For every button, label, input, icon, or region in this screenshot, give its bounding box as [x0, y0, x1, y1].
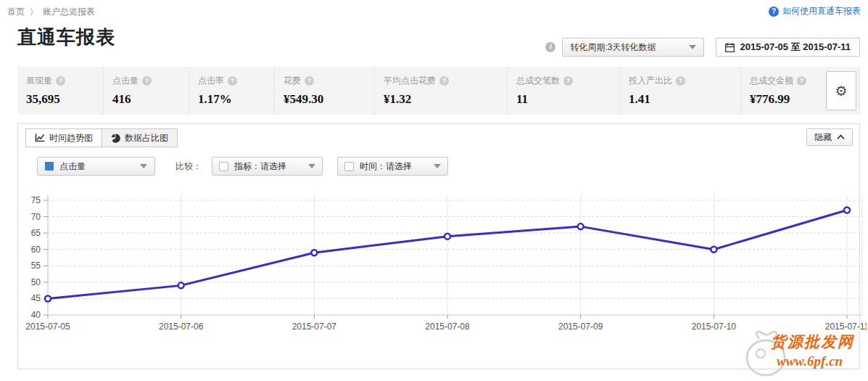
x-tick-label: 2015-07-10 — [692, 321, 737, 332]
breadcrumb-current: 账户总览报表 — [43, 6, 95, 18]
chevron-down-icon — [434, 164, 441, 168]
stat-total-orders: 总成交笔数? 11 — [508, 67, 620, 115]
stat-value: ¥549.30 — [284, 92, 374, 107]
stat-avg-cpc: 平均点击花费? ¥1.32 — [375, 67, 508, 115]
stat-label: 展现量 — [26, 75, 52, 87]
data-point — [178, 282, 184, 288]
page-title: 直通车报表 — [17, 25, 115, 50]
line-chart-icon — [35, 134, 45, 142]
hide-button[interactable]: 隐藏 — [806, 128, 853, 146]
question-circle-icon: ? — [305, 76, 314, 86]
y-tick-label: 70 — [31, 212, 41, 222]
y-tick-label: 65 — [31, 228, 41, 238]
stat-value: 11 — [516, 92, 619, 107]
help-link[interactable]: ? 如何使用直通车报表 — [769, 5, 861, 17]
help-link-label: 如何使用直通车报表 — [782, 5, 861, 17]
stat-label: 总成交金额 — [750, 75, 793, 87]
question-circle-icon: ? — [676, 76, 685, 86]
conversion-period-value: 转化周期:3天转化数据 — [570, 41, 656, 54]
y-tick-label: 40 — [31, 310, 41, 320]
time-compare-select[interactable]: 时间：请选择 — [337, 157, 448, 176]
data-point — [311, 250, 317, 255]
tab-label: 时间趋势图 — [49, 132, 93, 144]
question-circle-icon: ? — [142, 76, 152, 86]
breadcrumb: 首页 〉 账户总览报表 — [7, 6, 95, 18]
y-tick-label: 55 — [31, 261, 41, 271]
tab-data-proportion[interactable]: 数据占比图 — [102, 128, 178, 147]
y-tick-label: 60 — [31, 245, 41, 255]
trend-chart: 40455055606570752015-07-052015-07-062015… — [25, 189, 867, 342]
conversion-period-select[interactable]: 转化周期:3天转化数据 — [562, 38, 704, 57]
question-circle-icon: ? — [56, 76, 65, 86]
chevron-right-icon: 〉 — [30, 7, 38, 17]
chart-tabs: 时间趋势图 数据占比图 — [25, 128, 178, 147]
metric-select-value: 点击量 — [59, 160, 86, 173]
x-tick-label: 2015-07-08 — [425, 321, 470, 332]
y-tick-label: 45 — [31, 293, 41, 303]
stat-label: 总成交笔数 — [516, 75, 560, 87]
data-point — [445, 234, 450, 239]
question-circle-icon: ? — [563, 76, 573, 86]
stat-cost: 花费? ¥549.30 — [275, 67, 375, 115]
question-circle-icon: ? — [228, 76, 237, 86]
indicator-checkbox[interactable] — [219, 162, 228, 171]
chart-controls: 点击量 比较： 指标：请选择 时间：请选择 — [37, 157, 448, 176]
chevron-up-icon — [837, 134, 845, 140]
x-tick-label: 2015-07-09 — [558, 321, 603, 332]
stat-clicks: 点击量? 416 — [104, 67, 189, 115]
y-tick-label: 75 — [31, 195, 41, 205]
stat-label: 投入产出比 — [629, 75, 672, 87]
date-range-value: 2015-07-05 至 2015-07-11 — [740, 41, 851, 54]
pie-chart-icon — [111, 134, 120, 143]
settings-button[interactable]: ⚙ — [826, 71, 856, 110]
gear-icon: ⚙ — [835, 83, 847, 99]
stat-label: 点击率 — [198, 75, 224, 87]
data-point — [844, 208, 850, 213]
x-tick-label: 2015-07-07 — [292, 321, 337, 332]
question-circle-icon: ? — [797, 76, 806, 86]
indicator-select-value: 指标：请选择 — [234, 160, 286, 173]
tab-time-trend[interactable]: 时间趋势图 — [25, 128, 102, 147]
info-icon: i — [545, 42, 555, 52]
hide-label: 隐藏 — [814, 131, 832, 144]
indicator-compare-select[interactable]: 指标：请选择 — [212, 157, 323, 176]
date-range-picker[interactable]: 2015-07-05 至 2015-07-11 — [716, 38, 860, 57]
stat-impressions: 展现量? 35,695 — [17, 67, 104, 115]
calendar-icon — [725, 43, 735, 52]
stat-value: ¥1.32 — [384, 92, 507, 107]
tab-label: 数据占比图 — [125, 132, 168, 144]
series-color-swatch — [45, 162, 54, 171]
x-tick-label: 2015-07-05 — [25, 321, 70, 332]
chevron-down-icon — [140, 164, 147, 168]
question-circle-icon: ? — [769, 7, 779, 17]
metric-select[interactable]: 点击量 — [37, 157, 155, 176]
x-tick-label: 2015-07-06 — [159, 321, 204, 332]
stat-value: 416 — [112, 92, 189, 107]
stat-label: 平均点击花费 — [384, 75, 436, 87]
stat-ctr: 点击率? 1.17% — [189, 67, 275, 115]
chevron-down-icon — [689, 45, 696, 49]
stat-value: 1.17% — [198, 92, 274, 107]
question-circle-icon: ? — [439, 76, 449, 86]
stat-label: 点击量 — [112, 75, 139, 87]
stats-bar: 展现量? 35,695 点击量? 416 点击率? 1.17% 花费? ¥549… — [17, 67, 860, 115]
stat-value: 35,695 — [26, 92, 103, 107]
x-tick-label: 2015-07-11 — [825, 321, 867, 332]
breadcrumb-home-link[interactable]: 首页 — [7, 6, 25, 18]
data-point — [711, 247, 716, 253]
data-point — [45, 295, 51, 301]
header-controls: i 转化周期:3天转化数据 2015-07-05 至 2015-07-11 — [545, 38, 860, 57]
compare-label: 比较： — [175, 160, 202, 173]
stat-value: 1.41 — [629, 92, 740, 107]
y-tick-label: 50 — [31, 277, 41, 287]
data-point — [578, 224, 584, 229]
chevron-down-icon — [308, 164, 315, 168]
time-checkbox[interactable] — [344, 162, 354, 171]
time-select-value: 时间：请选择 — [360, 160, 412, 173]
stat-label: 花费 — [284, 75, 301, 87]
report-panel: 时间趋势图 数据占比图 隐藏 点击量 比较： 指标：请选择 — [17, 123, 860, 369]
stat-roi: 投入产出比? 1.41 — [620, 67, 741, 115]
